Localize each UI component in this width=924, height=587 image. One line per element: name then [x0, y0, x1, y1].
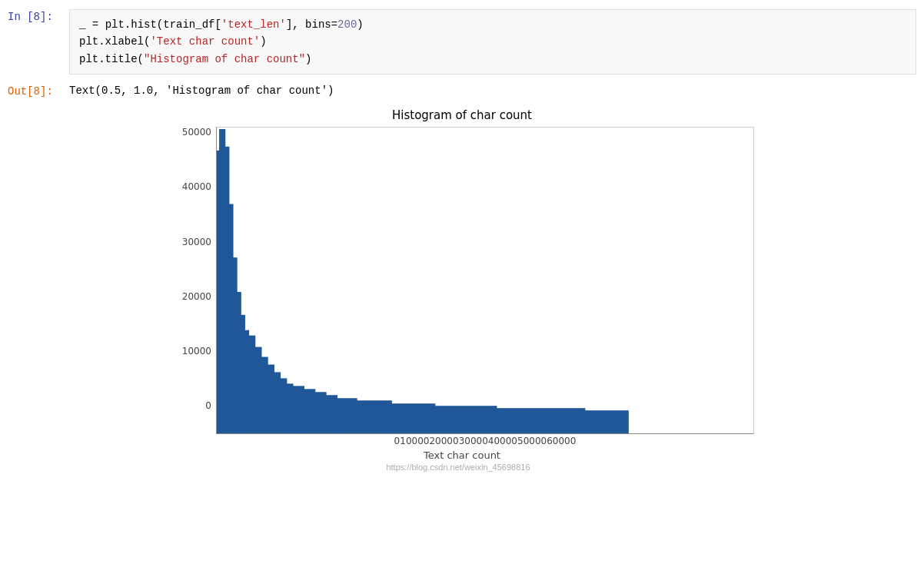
x-label-60000: 60000: [547, 436, 576, 446]
svg-rect-23: [496, 408, 585, 433]
code-line-3: plt.title("Histogram of char count"): [79, 51, 906, 68]
x-label-0: 0: [394, 436, 401, 446]
chart-plot: [216, 127, 754, 434]
y-label-40000: 40000: [182, 181, 211, 192]
x-label-50000: 50000: [517, 436, 547, 446]
code-line-2: plt.xlabel('Text char count'): [79, 33, 906, 50]
x-axis-title: Text char count: [424, 449, 500, 461]
cell-input: In [8]: _ = plt.hist(train_df['text_len'…: [0, 6, 924, 78]
svg-rect-14: [286, 383, 293, 433]
cell-output: Out[8]: Text(0.5, 1.0, 'Histogram of cha…: [0, 81, 924, 101]
x-label-30000: 30000: [459, 436, 488, 446]
y-axis-labels: 50000 40000 30000 20000 10000 0: [170, 127, 216, 434]
chart-container: Histogram of char count 50000 40000 3000…: [170, 108, 754, 472]
output-label: Out[8]:: [8, 84, 69, 98]
svg-rect-19: [337, 398, 357, 433]
output-value: Text(0.5, 1.0, 'Histogram of char count'…: [69, 84, 334, 97]
svg-rect-11: [268, 365, 274, 434]
y-label-20000: 20000: [182, 291, 211, 302]
svg-rect-21: [391, 403, 435, 433]
svg-rect-4: [232, 257, 238, 433]
code-block: _ = plt.hist(train_df['text_len'], bins=…: [69, 9, 916, 75]
svg-rect-18: [326, 395, 337, 433]
svg-rect-24: [584, 410, 628, 433]
x-label-20000: 20000: [429, 436, 458, 446]
svg-rect-12: [274, 373, 281, 434]
watermark: https://blog.csdn.net/weixin_45698816: [386, 463, 537, 472]
svg-rect-8: [248, 336, 255, 433]
svg-rect-17: [314, 392, 326, 433]
svg-rect-15: [293, 386, 304, 433]
svg-rect-16: [304, 389, 315, 433]
y-label-50000: 50000: [182, 127, 211, 138]
chart-title: Histogram of char count: [392, 108, 532, 122]
y-label-0: 0: [205, 400, 211, 411]
x-label-10000: 10000: [400, 436, 429, 446]
input-label: In [8]:: [8, 9, 69, 23]
x-axis-labels: 0 10000 20000 30000 40000 50000 60000: [348, 436, 577, 446]
y-label-30000: 30000: [182, 237, 211, 247]
svg-rect-9: [254, 347, 261, 433]
svg-rect-22: [434, 406, 497, 433]
notebook-cell: In [8]: _ = plt.hist(train_df['text_len'…: [0, 0, 924, 478]
svg-rect-10: [261, 357, 268, 434]
svg-rect-20: [357, 400, 392, 433]
x-label-40000: 40000: [488, 436, 517, 446]
svg-rect-13: [280, 379, 287, 434]
chart-svg: [217, 128, 753, 433]
chart-area: 50000 40000 30000 20000 10000 0: [170, 127, 754, 434]
y-label-10000: 10000: [182, 346, 211, 357]
code-line-1: _ = plt.hist(train_df['text_len'], bins=…: [79, 16, 906, 33]
